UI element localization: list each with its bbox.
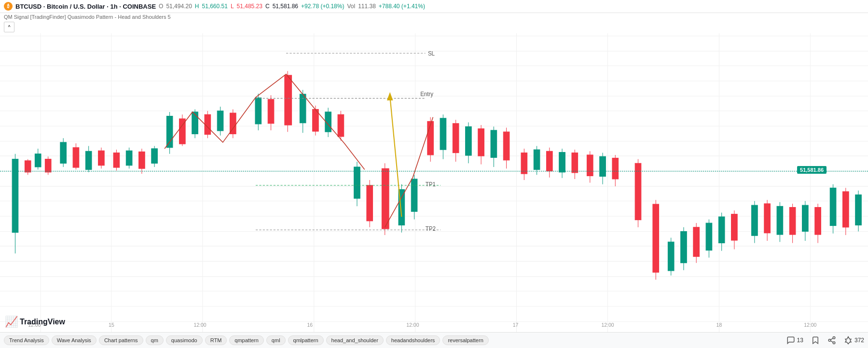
svg-rect-106 — [534, 150, 540, 169]
tag-reversalpattern[interactable]: reversalpattern — [442, 335, 488, 345]
svg-rect-50 — [139, 152, 145, 168]
svg-rect-78 — [338, 114, 344, 137]
tag-head-and-shoulder[interactable]: head_and_shoulder — [326, 335, 384, 345]
bottom-actions: 13 372 — [779, 336, 864, 345]
share-button[interactable] — [827, 336, 836, 345]
collapse-button[interactable]: ^ — [4, 22, 14, 32]
boost-count: 372 — [854, 337, 864, 344]
svg-rect-102 — [503, 132, 510, 160]
btc-logo-icon: ₿ — [4, 2, 13, 11]
svg-rect-32 — [25, 161, 31, 172]
chart-svg: SL Entry TP1 TP2 12:00 15 12:00 16 12:00… — [0, 33, 868, 332]
svg-rect-140 — [777, 206, 783, 235]
svg-rect-118 — [612, 158, 619, 179]
close-value: 51,581.86 — [273, 3, 298, 10]
bookmark-icon — [811, 336, 820, 345]
close-label: C — [265, 3, 270, 10]
vol-change: +788.40 (+1.41%) — [379, 3, 425, 10]
svg-rect-38 — [60, 142, 67, 163]
bookmark-button[interactable] — [811, 336, 820, 345]
svg-rect-58 — [192, 112, 198, 134]
svg-rect-144 — [802, 205, 809, 231]
svg-rect-136 — [752, 205, 758, 236]
svg-rect-98 — [478, 129, 484, 156]
svg-text:SL: SL — [428, 50, 435, 56]
low-label: L — [231, 3, 234, 10]
svg-text:TP2: TP2 — [426, 225, 436, 232]
svg-text:12:00: 12:00 — [193, 322, 206, 328]
current-price-badge: 51,581.86 — [797, 166, 827, 174]
tag-trend-analysis[interactable]: Trend Analysis — [4, 335, 49, 345]
svg-rect-90 — [427, 121, 434, 155]
open-value: 51,494.20 — [166, 3, 192, 10]
tag-qml[interactable]: qml — [266, 335, 286, 345]
svg-rect-122 — [653, 204, 659, 272]
svg-rect-70 — [285, 75, 292, 125]
svg-rect-88 — [411, 179, 417, 211]
comment-icon — [786, 336, 795, 345]
tag-qmlpattern[interactable]: qmlpattern — [288, 335, 324, 345]
share-icon — [827, 336, 836, 345]
svg-rect-82 — [367, 185, 373, 221]
svg-rect-42 — [85, 151, 92, 169]
svg-rect-152 — [855, 195, 862, 225]
tag-qm[interactable]: qm — [146, 335, 164, 345]
svg-rect-108 — [547, 151, 553, 171]
chart-area[interactable]: SL Entry TP1 TP2 12:00 15 12:00 16 12:00… — [0, 33, 868, 332]
svg-rect-114 — [587, 155, 593, 176]
vol-value: 111.38 — [358, 3, 376, 10]
svg-rect-110 — [559, 153, 565, 172]
svg-rect-100 — [491, 130, 497, 157]
tag-wave-analysis[interactable]: Wave Analysis — [52, 335, 96, 345]
svg-text:Entry: Entry — [420, 91, 433, 97]
svg-rect-34 — [35, 154, 41, 167]
chart-container: SL Entry TP1 TP2 12:00 15 12:00 16 12:00… — [0, 33, 868, 332]
comments-button[interactable]: 13 — [786, 336, 803, 345]
tradingview-text: TradingView — [20, 318, 65, 326]
svg-rect-48 — [126, 151, 132, 165]
boost-button[interactable]: 372 — [844, 336, 864, 345]
svg-rect-54 — [166, 116, 173, 148]
tag-headandshoulders[interactable]: headandshoulders — [386, 335, 441, 345]
svg-text:12:00: 12:00 — [406, 322, 419, 328]
open-label: O — [159, 3, 163, 10]
tag-chart-patterns[interactable]: Chart patterns — [99, 335, 143, 345]
svg-rect-142 — [789, 208, 796, 235]
svg-rect-120 — [635, 163, 641, 220]
svg-rect-112 — [572, 153, 578, 173]
svg-rect-148 — [830, 188, 836, 225]
svg-rect-116 — [600, 156, 606, 176]
tags-area: Trend AnalysisWave AnalysisChart pattern… — [4, 335, 779, 345]
svg-rect-96 — [466, 126, 472, 155]
svg-rect-68 — [268, 99, 274, 124]
svg-rect-80 — [354, 167, 360, 198]
tag-qmpattern[interactable]: qmpattern — [229, 335, 264, 345]
svg-text:TP1: TP1 — [426, 181, 436, 187]
svg-rect-94 — [453, 124, 459, 153]
svg-line-191 — [830, 338, 833, 340]
svg-rect-52 — [152, 149, 158, 163]
svg-line-157 — [390, 96, 401, 217]
tag-rtm[interactable]: RTM — [205, 335, 227, 345]
high-label: H — [195, 3, 199, 10]
svg-rect-126 — [681, 231, 687, 263]
svg-rect-36 — [45, 159, 51, 172]
svg-rect-92 — [440, 118, 446, 150]
svg-rect-128 — [693, 227, 700, 257]
svg-rect-132 — [718, 217, 725, 243]
svg-rect-40 — [73, 148, 79, 167]
svg-rect-84 — [382, 168, 389, 229]
svg-text:16: 16 — [307, 322, 313, 328]
svg-rect-130 — [706, 223, 712, 250]
tag-quasimodo[interactable]: quasimodo — [166, 335, 203, 345]
svg-rect-104 — [521, 153, 527, 174]
svg-point-187 — [833, 337, 835, 339]
bottom-section: Trend AnalysisWave AnalysisChart pattern… — [0, 332, 868, 348]
svg-point-188 — [828, 339, 831, 342]
svg-rect-44 — [98, 151, 105, 165]
svg-point-189 — [833, 342, 835, 344]
svg-rect-62 — [217, 111, 223, 131]
indicator-subtitle: QM Signal [TradingFinder] Quasimodo Patt… — [0, 13, 868, 21]
svg-text:12:00: 12:00 — [601, 322, 614, 328]
tradingview-logo: 📈 TradingView — [5, 316, 65, 328]
